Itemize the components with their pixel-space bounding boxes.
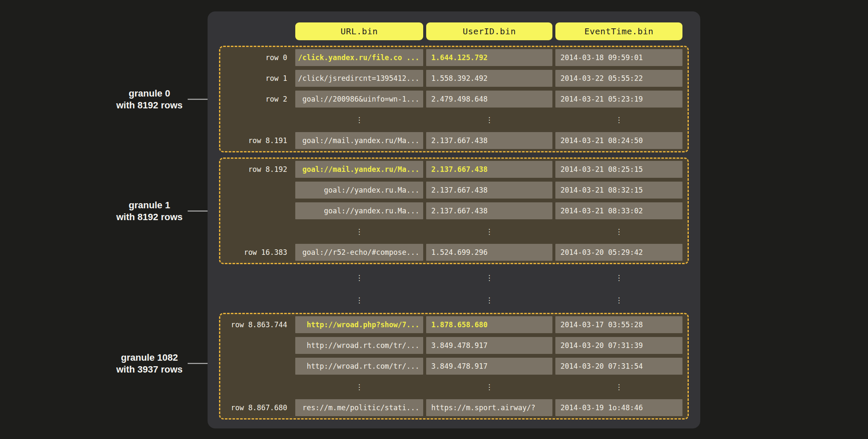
vertical-ellipsis-icon: ⋮ <box>426 269 552 286</box>
vertical-ellipsis-icon: ⋮ <box>295 292 423 309</box>
granule-label-line1: granule 1 <box>116 199 183 211</box>
granule-1082-pointer: granule 1082 with 3937 rows <box>116 352 216 375</box>
cell-url: goal://yandex.ru.Ma... <box>295 182 423 199</box>
row-label: row 0 <box>220 49 292 66</box>
granule-label-line2: with 8192 rows <box>116 99 183 111</box>
table-row: http://wroad.rt.com/tr/... 3.849.478.917… <box>220 337 683 354</box>
granule-0-label: granule 0 with 8192 rows <box>116 88 183 111</box>
granule-0-pointer: granule 0 with 8192 rows <box>116 88 216 111</box>
row-label: row 8.863.744 <box>220 316 292 333</box>
ellipsis-row: ⋮ ⋮ ⋮ <box>220 269 685 286</box>
vertical-ellipsis-icon: ⋮ <box>295 223 423 240</box>
cell-eventtime: 2014-03-21 08:32:15 <box>555 182 682 199</box>
cell-userid: 2.137.667.438 <box>426 182 552 199</box>
granule-label-line2: with 8192 rows <box>116 211 183 223</box>
row-label <box>220 182 292 199</box>
granule-1-pointer: granule 1 with 8192 rows <box>116 199 216 223</box>
vertical-ellipsis-icon: ⋮ <box>555 378 682 395</box>
cell-url: http://wroad.rt.com/tr/... <box>295 337 423 354</box>
column-headers: URL.bin UserID.bin EventTime.bin <box>220 22 688 40</box>
granule-label-line2: with 3937 rows <box>116 363 183 375</box>
granule-label-line1: granule 0 <box>116 88 183 99</box>
vertical-ellipsis-icon: ⋮ <box>426 292 552 309</box>
cell-url: goal://r52-echo/#compose... <box>295 244 423 261</box>
vertical-ellipsis-icon: ⋮ <box>555 269 682 286</box>
vertical-ellipsis-icon: ⋮ <box>295 269 423 286</box>
vertical-ellipsis-icon: ⋮ <box>555 223 682 240</box>
table-row: row 8.192 goal://mail.yandex.ru/Ma... 2.… <box>220 161 683 178</box>
row-label <box>220 337 292 354</box>
table-row: row 16.383 goal://r52-echo/#compose... 1… <box>220 244 683 261</box>
table-row: row 1 /click/jsredircnt=1395412... 1.558… <box>220 70 683 87</box>
ellipsis-row: ⋮ ⋮ ⋮ <box>220 223 683 240</box>
vertical-ellipsis-icon: ⋮ <box>295 378 423 395</box>
granule-1-label: granule 1 with 8192 rows <box>116 199 183 223</box>
table-row: row 8.191 goal://mail.yandex.ru/Ma... 2.… <box>220 132 683 149</box>
row-label <box>220 378 292 395</box>
cell-url: goal://yandex.ru.Ma... <box>295 202 423 219</box>
row-label <box>220 223 292 240</box>
cell-url: goal://mail.yandex.ru/Ma... <box>295 132 423 149</box>
table-row: goal://yandex.ru.Ma... 2.137.667.438 201… <box>220 182 683 199</box>
cell-url: goal://200986&uinfo=wn-1... <box>295 91 423 108</box>
cell-userid: 2.137.667.438 <box>426 132 552 149</box>
table-row: row 8.863.744 http://wroad.php?show/7...… <box>220 316 683 333</box>
granule-1082-box: row 8.863.744 http://wroad.php?show/7...… <box>219 313 689 420</box>
cell-url: /click/jsredircnt=1395412... <box>295 70 423 87</box>
column-header-eventtime: EventTime.bin <box>555 22 682 40</box>
cell-url: http://wroad.rt.com/tr/... <box>295 358 423 375</box>
column-header-userid: UserID.bin <box>426 22 552 40</box>
cell-eventtime: 2014-03-18 09:59:01 <box>555 49 682 66</box>
cell-userid: 3.849.478.917 <box>426 358 552 375</box>
vertical-ellipsis-icon: ⋮ <box>426 111 552 128</box>
row-label: row 1 <box>220 70 292 87</box>
table-panel: URL.bin UserID.bin EventTime.bin row 0 /… <box>208 11 700 428</box>
cell-eventtime: 2014-03-19 1o:48:46 <box>555 399 682 416</box>
cell-eventtime: 2014-03-22 05:55:22 <box>555 70 682 87</box>
cell-url: http://wroad.php?show/7... <box>295 316 423 333</box>
vertical-ellipsis-icon: ⋮ <box>426 378 552 395</box>
row-label: row 8.191 <box>220 132 292 149</box>
row-label: row 8.867.680 <box>220 399 292 416</box>
table-row: row 2 goal://200986&uinfo=wn-1... 2.479.… <box>220 91 683 108</box>
ellipsis-row: ⋮ ⋮ ⋮ <box>220 111 683 128</box>
skipped-granules-separator: ⋮ ⋮ ⋮ ⋮ ⋮ ⋮ <box>220 269 685 309</box>
row-label: row 2 <box>220 91 292 108</box>
cell-userid: 2.479.498.648 <box>426 91 552 108</box>
header-spacer <box>220 22 292 40</box>
cell-url: res://m.me/politic/stati... <box>295 399 423 416</box>
cell-eventtime: 2014-03-20 07:31:39 <box>555 337 682 354</box>
cell-eventtime: 2014-03-20 05:29:42 <box>555 244 682 261</box>
cell-userid: 3.849.478.917 <box>426 337 552 354</box>
cell-url: goal://mail.yandex.ru/Ma... <box>295 161 423 178</box>
cell-url: /click.yandex.ru/file.co ... <box>295 49 423 66</box>
table-row: goal://yandex.ru.Ma... 2.137.667.438 201… <box>220 202 683 219</box>
cell-eventtime: 2014-03-21 05:23:19 <box>555 91 682 108</box>
row-label: row 8.192 <box>220 161 292 178</box>
ellipsis-row: ⋮ ⋮ ⋮ <box>220 378 683 395</box>
vertical-ellipsis-icon: ⋮ <box>555 111 682 128</box>
row-label <box>220 269 292 286</box>
cell-userid: 1.558.392.492 <box>426 70 552 87</box>
cell-userid: 1.878.658.680 <box>426 316 552 333</box>
cell-userid: 1.524.699.296 <box>426 244 552 261</box>
granule-1-box: row 8.192 goal://mail.yandex.ru/Ma... 2.… <box>219 157 689 264</box>
cell-userid: 2.137.667.438 <box>426 202 552 219</box>
row-label <box>220 111 292 128</box>
table-row: row 0 /click.yandex.ru/file.co ... 1.644… <box>220 49 683 66</box>
table-row: http://wroad.rt.com/tr/... 3.849.478.917… <box>220 358 683 375</box>
cell-eventtime: 2014-03-17 03:55:28 <box>555 316 682 333</box>
granule-label-line1: granule 1082 <box>116 352 183 364</box>
vertical-ellipsis-icon: ⋮ <box>555 292 682 309</box>
cell-eventtime: 2014-03-20 07:31:54 <box>555 358 682 375</box>
ellipsis-row: ⋮ ⋮ ⋮ <box>220 292 685 309</box>
row-label <box>220 292 292 309</box>
row-label <box>220 202 292 219</box>
row-label: row 16.383 <box>220 244 292 261</box>
cell-eventtime: 2014-03-21 08:24:50 <box>555 132 682 149</box>
table-row: row 8.867.680 res://m.me/politic/stati..… <box>220 399 683 416</box>
cell-userid: 2.137.667.438 <box>426 161 552 178</box>
granule-0-box: row 0 /click.yandex.ru/file.co ... 1.644… <box>219 46 689 152</box>
cell-eventtime: 2014-03-21 08:33:02 <box>555 202 682 219</box>
column-header-url: URL.bin <box>295 22 423 40</box>
